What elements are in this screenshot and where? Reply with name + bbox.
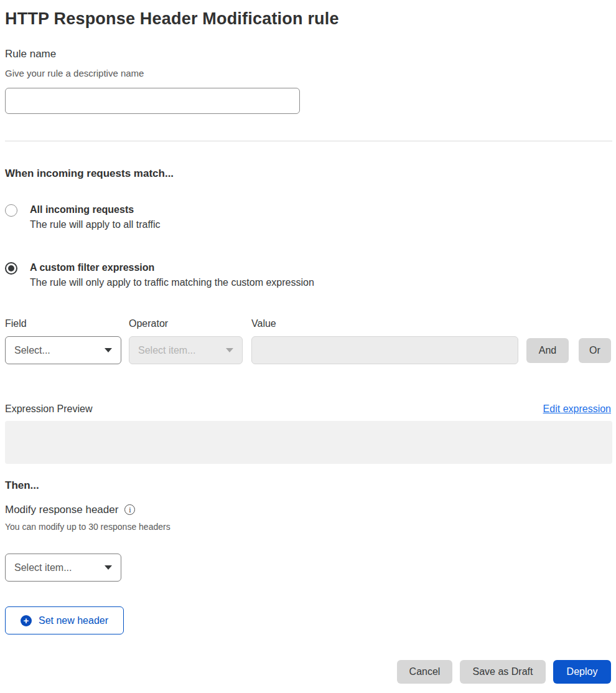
modify-response-header-label: Modify response header <box>5 503 118 516</box>
or-button[interactable]: Or <box>579 338 611 363</box>
cancel-button[interactable]: Cancel <box>397 660 452 684</box>
http-response-header-rule-form: HTTP Response Header Modification rule R… <box>0 9 616 684</box>
rule-name-label: Rule name <box>5 48 611 60</box>
section-divider <box>5 141 612 141</box>
operator-label: Operator <box>129 318 251 329</box>
edit-expression-link[interactable]: Edit expression <box>543 403 611 415</box>
radio-option-label: A custom filter expression <box>30 261 314 275</box>
set-new-header-button[interactable]: Set new header <box>5 606 124 634</box>
response-header-select[interactable]: Select item... <box>5 554 121 582</box>
expression-builder-row: Select... Select item... And Or <box>5 336 611 364</box>
chevron-down-icon <box>105 348 112 352</box>
radio-option-description: The rule will only apply to traffic matc… <box>30 275 314 291</box>
expression-preview-label: Expression Preview <box>5 403 93 415</box>
radio-unselected-icon[interactable] <box>5 204 17 217</box>
field-label: Field <box>5 318 129 329</box>
rule-name-input[interactable] <box>5 88 300 114</box>
match-section-heading: When incoming requests match... <box>5 167 611 181</box>
plus-icon <box>21 615 32 626</box>
expression-preview-box <box>5 421 612 464</box>
expression-builder-labels: Field Operator Value <box>5 318 611 329</box>
expression-preview-header: Expression Preview Edit expression <box>5 403 611 415</box>
field-select-value: Select... <box>14 345 50 356</box>
and-button[interactable]: And <box>526 338 569 363</box>
page-title: HTTP Response Header Modification rule <box>5 9 611 29</box>
rule-name-helper: Give your rule a descriptive name <box>5 67 611 79</box>
radio-selected-icon[interactable] <box>5 262 17 275</box>
value-input <box>251 336 518 364</box>
deploy-button[interactable]: Deploy <box>553 660 611 684</box>
info-icon[interactable] <box>124 504 135 515</box>
radio-option-text: All incoming requests The rule will appl… <box>30 203 161 233</box>
chevron-down-icon <box>226 348 233 352</box>
then-section-heading: Then... <box>5 479 611 493</box>
value-label: Value <box>251 318 611 329</box>
set-new-header-label: Set new header <box>39 615 108 626</box>
radio-option-description: The rule will apply to all traffic <box>30 217 161 233</box>
save-as-draft-button[interactable]: Save as Draft <box>460 660 546 684</box>
radio-option-all-incoming-requests[interactable]: All incoming requests The rule will appl… <box>5 203 611 233</box>
field-select[interactable]: Select... <box>5 336 121 364</box>
chevron-down-icon <box>105 565 112 570</box>
radio-option-custom-filter-expression[interactable]: A custom filter expression The rule will… <box>5 261 611 291</box>
modify-response-header-helper: You can modify up to 30 response headers <box>5 522 611 532</box>
operator-select-value: Select item... <box>138 345 195 356</box>
radio-option-label: All incoming requests <box>30 203 161 217</box>
response-header-select-value: Select item... <box>14 562 72 573</box>
footer-actions: Cancel Save as Draft Deploy <box>5 660 611 684</box>
modify-response-header-row: Modify response header <box>5 503 611 516</box>
radio-option-text: A custom filter expression The rule will… <box>30 261 314 291</box>
operator-select: Select item... <box>129 336 243 364</box>
